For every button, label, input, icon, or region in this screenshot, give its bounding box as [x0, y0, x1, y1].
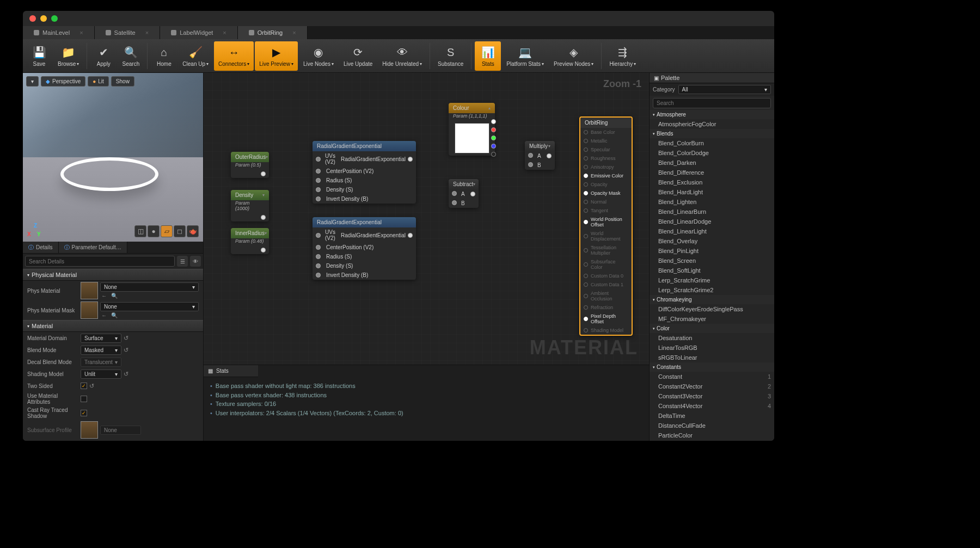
palette-item[interactable]: AtmosphericFogColor [650, 119, 774, 129]
tab-orbitring[interactable]: OrbitRing× [238, 26, 308, 39]
palette-item[interactable]: Blend_ColorDodge [650, 148, 774, 158]
graph-node[interactable]: Colour▴Param (1,1,1,1) [449, 103, 495, 156]
graph-node[interactable]: OrbitRingBase ColorMetallicSpecularRough… [579, 116, 633, 336]
graph-node[interactable]: Density▾Param (1000) [231, 190, 269, 221]
details-list-icon[interactable]: ☰ [177, 256, 188, 267]
preview-cube-icon[interactable]: ◻ [174, 225, 186, 237]
palette-item[interactable]: sRGBToLinear [650, 353, 774, 362]
use-asset-icon[interactable]: ← [100, 312, 108, 318]
asset-thumbnail[interactable] [81, 301, 98, 319]
palette-item[interactable]: Blend_Screen [650, 256, 774, 266]
lit-button[interactable]: ●Lit [88, 76, 109, 87]
preview-nodes-button[interactable]: ◈Preview Nodes▾ [549, 41, 598, 71]
graph-node[interactable]: InnerRadius▾Param (0.48) [231, 228, 269, 254]
blend-mode-dropdown[interactable]: Masked▾ [81, 346, 121, 355]
palette-item[interactable]: Blend_PinLight [650, 246, 774, 256]
preview-sphere-icon[interactable]: ● [148, 225, 160, 237]
detail-tab-0[interactable]: ⓘDetails [23, 242, 59, 253]
minimize-icon[interactable] [40, 15, 47, 22]
search-details-input[interactable] [25, 256, 175, 267]
palette-item[interactable]: ParticleDirection [650, 440, 774, 441]
palette-item[interactable]: Blend_LinearBurn [650, 207, 774, 217]
palette-item[interactable]: LinearTosRGB [650, 343, 774, 353]
save-button[interactable]: 💾Save [26, 41, 52, 71]
stats-tab[interactable]: ▦Stats [204, 365, 258, 377]
live-nodes-button[interactable]: ◉Live Nodes▾ [299, 41, 338, 71]
palette-item[interactable]: DistanceCullFade [650, 421, 774, 430]
home-button[interactable]: ⌂Home [151, 41, 177, 71]
search-button[interactable]: 🔍Search [118, 41, 144, 71]
reset-icon[interactable]: ↺ [124, 335, 128, 342]
tab-labelwidget[interactable]: LabelWidget× [160, 26, 238, 39]
preview-plane-icon[interactable]: ▱ [161, 225, 173, 237]
use-asset-icon[interactable]: ← [100, 293, 108, 299]
perspective-button[interactable]: ◆Perspective [41, 76, 85, 87]
palette-group-atmosphere[interactable]: Atmosphere [650, 110, 774, 119]
detail-tab-1[interactable]: ⓘParameter Default… [59, 242, 127, 253]
palette-item[interactable]: Blend_ColorBurn [650, 138, 774, 148]
palette-item[interactable]: MF_Chromakeyer [650, 314, 774, 324]
palette-item[interactable]: Desaturation [650, 333, 774, 343]
palette-group-chromakeying[interactable]: Chromakeying [650, 295, 774, 304]
palette-item[interactable]: Constant2Vector2 [650, 381, 774, 391]
palette-item[interactable]: DeltaTime [650, 411, 774, 421]
two-sided-checkbox[interactable] [81, 383, 87, 389]
palette-item[interactable]: Blend_LinearLight [650, 226, 774, 236]
colour-swatch[interactable] [455, 123, 489, 153]
preview-mesh-icon[interactable]: 🫖 [187, 225, 199, 237]
palette-item[interactable]: Constant4Vector4 [650, 401, 774, 411]
graph-node[interactable]: RadialGradientExponentialUVs (V2)RadialG… [313, 217, 416, 280]
stats-button[interactable]: 📊Stats [475, 41, 501, 71]
maximize-icon[interactable] [51, 15, 58, 22]
palette-item[interactable]: Blend_HardLight [650, 187, 774, 197]
palette-item[interactable]: DiffColorKeyerErodeSinglePass [650, 304, 774, 314]
palette-tab[interactable]: Palette [650, 73, 774, 83]
palette-item[interactable]: Blend_Exclusion [650, 177, 774, 187]
viewport-menu-button[interactable]: ▾ [26, 76, 39, 87]
browse-button[interactable]: 📁Browse▾ [53, 41, 83, 71]
palette-item[interactable]: ParticleColor [650, 430, 774, 440]
palette-group-color[interactable]: Color [650, 324, 774, 333]
section-material[interactable]: Material [23, 320, 203, 332]
palette-item[interactable]: Blend_Overlay [650, 236, 774, 246]
preview-viewport[interactable]: ▾ ◆Perspective ●Lit Show ZYX ◫ ● ▱ [23, 73, 203, 242]
browse-asset-icon[interactable]: 🔍 [110, 312, 119, 318]
tab-mainlevel[interactable]: MainLevel× [23, 26, 95, 39]
graph-node[interactable]: OuterRadius▾Param (0.5) [231, 152, 269, 178]
palette-item[interactable]: Lerp_ScratchGrime [650, 275, 774, 285]
live-update-button[interactable]: ⟳Live Update [339, 41, 377, 71]
browse-asset-icon[interactable]: 🔍 [110, 293, 119, 299]
show-button[interactable]: Show [111, 76, 134, 87]
palette-item[interactable]: Blend_Difference [650, 168, 774, 177]
close-icon[interactable] [29, 15, 36, 22]
hide-unrelated-button[interactable]: 👁Hide Unrelated▾ [378, 41, 426, 71]
palette-group-constants[interactable]: Constants [650, 362, 774, 372]
details-panel[interactable]: Physical MaterialPhys MaterialNone▾←🔍Phy… [23, 269, 203, 441]
palette-item[interactable]: Lerp_ScratchGrime2 [650, 285, 774, 295]
palette-item[interactable]: Blend_LinearDodge [650, 217, 774, 226]
palette-group-blends[interactable]: Blends [650, 129, 774, 138]
palette-item[interactable]: Blend_Lighten [650, 197, 774, 207]
graph-node[interactable]: Subtract▾AB [449, 179, 479, 208]
preview-cylinder-icon[interactable]: ◫ [134, 225, 146, 237]
platform-stats-button[interactable]: 💻Platform Stats▾ [502, 41, 548, 71]
palette-item[interactable]: Blend_Darken [650, 158, 774, 168]
reset-icon[interactable]: ↺ [89, 383, 94, 390]
material-domain-dropdown[interactable]: Surface▾ [81, 334, 121, 343]
hierarchy-button[interactable]: ⇶Hierarchy▾ [605, 41, 640, 71]
asset-dropdown[interactable]: None▾ [100, 302, 199, 311]
palette-list[interactable]: AtmosphereAtmosphericFogColorBlendsBlend… [650, 110, 774, 441]
connectors-button[interactable]: ↔Connectors▾ [214, 41, 254, 71]
asset-thumbnail[interactable] [81, 421, 98, 439]
details-eye-icon[interactable]: 👁 [190, 256, 201, 267]
titlebar[interactable] [23, 11, 774, 26]
graph-node[interactable]: Multiply▾AB [525, 141, 555, 170]
substance-button[interactable]: SSubstance [433, 41, 468, 71]
shading-model-dropdown[interactable]: Unlit▾ [81, 370, 121, 379]
palette-item[interactable]: Blend_SoftLight [650, 266, 774, 275]
clean-up-button[interactable]: 🧹Clean Up▾ [178, 41, 213, 71]
tab-satellite[interactable]: Satellite× [95, 26, 161, 39]
section-physical-material[interactable]: Physical Material [23, 269, 203, 281]
reset-icon[interactable]: ↺ [124, 347, 128, 354]
use-material-attributes-checkbox[interactable] [81, 396, 87, 402]
